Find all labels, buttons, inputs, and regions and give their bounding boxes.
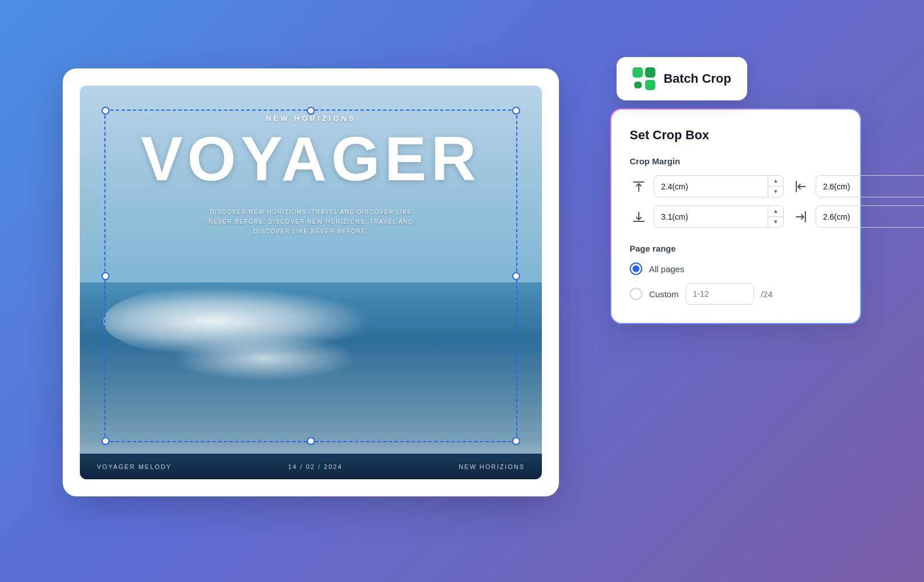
page-range-input-wrap[interactable]: ▾ bbox=[686, 283, 754, 305]
bottom-margin-increment[interactable]: ▲ bbox=[768, 206, 783, 217]
batch-crop-icon bbox=[633, 67, 655, 90]
icon-square-4 bbox=[645, 80, 655, 90]
crop-panel: Set Crop Box Crop Margin ▲ ▼ bbox=[610, 108, 861, 324]
footer-center: 14 / 02 / 2024 bbox=[288, 463, 342, 470]
pdf-inner: NEW HORIZIONS VOYAGER DISCOVER NEW HORIZ… bbox=[80, 86, 542, 479]
top-margin-row: ▲ ▼ bbox=[630, 175, 784, 197]
left-margin-icon bbox=[792, 177, 810, 196]
poster-body-text: DISCOVER NEW HORIZIONS. TRAVEL AND DISCO… bbox=[202, 207, 419, 236]
bottom-margin-icon bbox=[630, 208, 648, 226]
batch-crop-label: Batch Crop bbox=[663, 71, 731, 86]
bottom-margin-decrement[interactable]: ▼ bbox=[768, 217, 783, 227]
poster-footer: VOYAGER MELODY 14 / 02 / 2024 NEW HORIZI… bbox=[80, 454, 542, 479]
icon-square-2 bbox=[645, 67, 655, 78]
panel-title: Set Crop Box bbox=[630, 128, 842, 143]
bottom-margin-input[interactable] bbox=[654, 207, 768, 227]
bottom-margin-input-wrap[interactable]: ▲ ▼ bbox=[654, 205, 784, 228]
right-margin-input[interactable] bbox=[816, 207, 924, 227]
main-container: NEW HORIZIONS VOYAGER DISCOVER NEW HORIZ… bbox=[63, 40, 861, 542]
left-margin-input-wrap[interactable]: ▲ ▼ bbox=[816, 175, 924, 197]
icon-square-3 bbox=[634, 82, 642, 89]
poster-subtitle: NEW HORIZIONS bbox=[266, 114, 356, 123]
right-margin-row: ▲ ▼ bbox=[792, 205, 924, 228]
left-margin-input[interactable] bbox=[816, 176, 924, 197]
batch-crop-button[interactable]: Batch Crop bbox=[617, 57, 747, 100]
margin-grid: ▲ ▼ ▲ ▼ bbox=[630, 175, 842, 228]
top-margin-decrement[interactable]: ▼ bbox=[768, 187, 783, 197]
footer-left: VOYAGER MELODY bbox=[97, 463, 172, 470]
all-pages-radio[interactable] bbox=[630, 262, 642, 275]
right-margin-input-wrap[interactable]: ▲ ▼ bbox=[816, 205, 924, 228]
footer-right: NEW HORIZIONS bbox=[459, 463, 525, 470]
custom-radio[interactable] bbox=[630, 288, 642, 300]
right-margin-icon bbox=[792, 208, 810, 226]
crop-margin-label: Crop Margin bbox=[630, 156, 842, 166]
custom-label: Custom bbox=[649, 289, 679, 299]
all-pages-row[interactable]: All pages bbox=[630, 262, 842, 275]
top-margin-input[interactable] bbox=[654, 176, 768, 197]
poster-text-overlay: NEW HORIZIONS VOYAGER DISCOVER NEW HORIZ… bbox=[80, 86, 542, 479]
poster-background: NEW HORIZIONS VOYAGER DISCOVER NEW HORIZ… bbox=[80, 86, 542, 479]
pdf-preview-card: NEW HORIZIONS VOYAGER DISCOVER NEW HORIZ… bbox=[63, 68, 559, 496]
bottom-margin-spinner: ▲ ▼ bbox=[768, 206, 783, 227]
page-range-label: Page range bbox=[630, 244, 842, 253]
custom-row: Custom ▾ /24 bbox=[630, 283, 842, 305]
top-margin-spinner: ▲ ▼ bbox=[768, 176, 783, 197]
page-range-input[interactable] bbox=[686, 284, 754, 304]
page-range-section: Page range All pages Custom ▾ /24 bbox=[630, 244, 842, 305]
radio-dot bbox=[633, 265, 639, 272]
top-margin-input-wrap[interactable]: ▲ ▼ bbox=[654, 175, 784, 197]
poster-main-title: VOYAGER bbox=[141, 127, 481, 190]
icon-square-1 bbox=[633, 67, 643, 78]
top-margin-increment[interactable]: ▲ bbox=[768, 176, 783, 187]
bottom-margin-row: ▲ ▼ bbox=[630, 205, 784, 228]
top-margin-icon bbox=[630, 177, 648, 196]
left-margin-row: ▲ ▼ bbox=[792, 175, 924, 197]
total-pages: /24 bbox=[761, 289, 773, 299]
all-pages-label: All pages bbox=[649, 264, 684, 274]
